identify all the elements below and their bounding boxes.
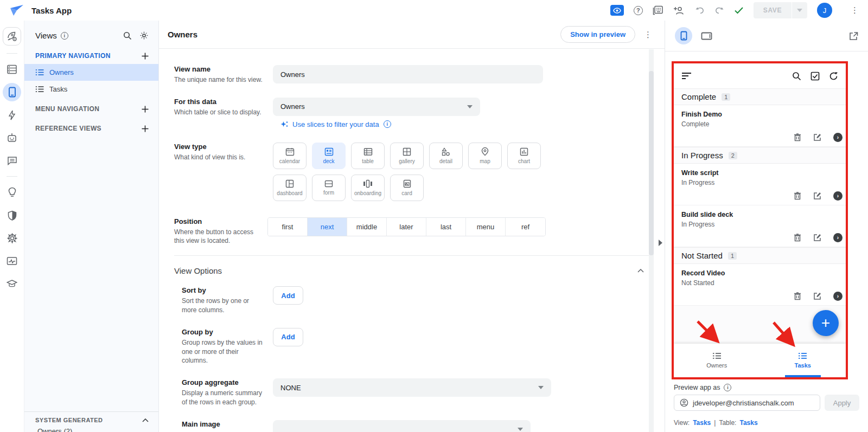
tab-tasks-selected[interactable]: Tasks: [760, 344, 846, 377]
group-header-not-started[interactable]: Not Started 1: [674, 247, 846, 264]
add-menu-view-icon[interactable]: [142, 106, 149, 113]
position-first[interactable]: first: [268, 218, 308, 236]
sort-by-add-button[interactable]: Add: [273, 286, 303, 305]
add-primary-view-icon[interactable]: [142, 53, 149, 60]
collapse-chevron-up-icon[interactable]: [142, 418, 149, 422]
intelligence-bulb-icon[interactable]: [3, 183, 21, 202]
views-settings-gear-icon[interactable]: [139, 31, 149, 40]
view-type-form[interactable]: form: [312, 175, 346, 201]
multi-select-checkbox-icon[interactable]: [810, 72, 820, 81]
add-task-fab[interactable]: +: [813, 310, 839, 336]
system-generated-item[interactable]: Owners (2): [24, 425, 158, 432]
view-type-calendar[interactable]: calendar: [273, 143, 307, 169]
scrollbar-thumb[interactable]: [649, 71, 654, 255]
view-type-onboarding[interactable]: onboarding: [351, 175, 385, 201]
editor-more-menu-icon[interactable]: ⋮: [644, 30, 653, 40]
user-avatar[interactable]: J: [817, 3, 832, 18]
preview-app-as-info-icon[interactable]: i: [724, 384, 731, 391]
view-type-card[interactable]: card: [390, 175, 424, 201]
edit-pencil-icon[interactable]: [813, 292, 821, 300]
expand-panel-handle-icon[interactable]: [659, 240, 662, 246]
data-tables-icon[interactable]: [3, 60, 21, 79]
add-reference-view-icon[interactable]: [142, 125, 149, 132]
task-card-build-slide-deck[interactable]: Build slide deck In Progress ›: [674, 205, 846, 247]
settings-gear-icon[interactable]: [3, 229, 21, 247]
views-info-icon[interactable]: i: [61, 32, 68, 40]
chatbot-icon[interactable]: [3, 128, 21, 147]
view-type-chart[interactable]: chart: [507, 143, 541, 169]
position-menu[interactable]: menu: [466, 218, 506, 236]
refresh-icon[interactable]: [829, 72, 838, 81]
delete-trash-icon[interactable]: [794, 234, 801, 242]
go-to-detail-icon[interactable]: ›: [833, 133, 843, 142]
delete-trash-icon[interactable]: [794, 292, 801, 300]
open-in-new-icon[interactable]: [849, 31, 858, 41]
footer-view-link[interactable]: Tasks: [693, 419, 711, 427]
collapse-chevron-up-icon[interactable]: [637, 269, 644, 273]
task-card-record-video[interactable]: Record Video Not Started ›: [674, 264, 846, 306]
menu-icon[interactable]: [681, 72, 692, 80]
header-more-menu-icon[interactable]: ⋮: [851, 5, 859, 15]
go-to-detail-icon[interactable]: ›: [833, 191, 843, 201]
keyboard-shortcuts-icon[interactable]: [653, 5, 663, 15]
view-options-header[interactable]: View Options: [174, 256, 652, 286]
search-icon[interactable]: [792, 72, 801, 81]
task-card-finish-demo[interactable]: Finish Demo Complete ›: [674, 105, 846, 147]
position-later[interactable]: later: [387, 218, 426, 236]
learn-graduation-icon[interactable]: [3, 274, 21, 293]
sidebar-item-tasks[interactable]: Tasks: [24, 81, 158, 98]
view-type-gallery[interactable]: gallery: [390, 143, 424, 169]
caret-down-icon: [797, 9, 802, 12]
go-to-detail-icon[interactable]: ›: [833, 233, 843, 242]
rail-divider: [7, 176, 17, 177]
use-slices-link[interactable]: Use slices to filter your data i: [280, 120, 652, 128]
delete-trash-icon[interactable]: [794, 192, 801, 200]
add-user-icon[interactable]: [673, 6, 685, 15]
undo-icon[interactable]: [695, 7, 705, 14]
go-to-detail-icon[interactable]: ›: [833, 292, 843, 301]
view-type-table[interactable]: table: [351, 143, 385, 169]
automation-bolt-icon[interactable]: [3, 106, 21, 124]
footer-table-link[interactable]: Tasks: [739, 419, 757, 427]
position-middle[interactable]: middle: [347, 218, 387, 236]
launch-rocket-icon[interactable]: [3, 27, 21, 46]
show-in-preview-button[interactable]: Show in preview: [560, 26, 635, 43]
edit-pencil-icon[interactable]: [813, 234, 821, 242]
save-dropdown-button[interactable]: [792, 2, 807, 18]
tab-owners[interactable]: Owners: [674, 344, 760, 377]
sidebar-item-owners[interactable]: Owners: [24, 64, 158, 81]
edit-pencil-icon[interactable]: [813, 133, 821, 141]
group-header-complete[interactable]: Complete 1: [674, 88, 846, 105]
preview-user-email-input[interactable]: jdeveloper@christianschalk.com: [674, 395, 820, 411]
for-this-data-select[interactable]: Owners: [273, 98, 480, 116]
position-next-selected[interactable]: next: [308, 218, 347, 236]
editor-scrollbar[interactable]: [649, 49, 654, 432]
views-phone-icon[interactable]: [3, 83, 21, 101]
preview-toggle-eye-icon[interactable]: [610, 5, 624, 16]
group-header-in-progress[interactable]: In Progress 2: [674, 147, 846, 164]
view-type-map[interactable]: map: [468, 143, 502, 169]
security-shield-icon[interactable]: [3, 206, 21, 224]
slices-info-icon[interactable]: i: [384, 120, 391, 128]
delete-trash-icon[interactable]: [794, 133, 801, 141]
apply-button[interactable]: Apply: [825, 395, 859, 411]
position-last[interactable]: last: [426, 218, 466, 236]
group-aggregate-select[interactable]: NONE: [273, 378, 551, 397]
phone-preview-toggle[interactable]: [675, 27, 692, 44]
task-card-write-script[interactable]: Write script In Progress ›: [674, 164, 846, 205]
tablet-preview-toggle[interactable]: [701, 32, 712, 40]
view-type-deck-selected[interactable]: deck: [312, 143, 346, 169]
view-type-detail[interactable]: detail: [429, 143, 463, 169]
view-name-input[interactable]: [273, 65, 543, 83]
views-search-icon[interactable]: [123, 31, 132, 40]
help-icon[interactable]: ?: [634, 6, 643, 15]
view-type-dashboard[interactable]: dashboard: [273, 175, 307, 201]
messages-icon[interactable]: [3, 151, 21, 170]
monitor-activity-icon[interactable]: [3, 252, 21, 270]
position-ref[interactable]: ref: [506, 218, 545, 236]
edit-pencil-icon[interactable]: [813, 192, 821, 200]
redo-icon[interactable]: [714, 7, 724, 14]
group-by-add-button[interactable]: Add: [273, 328, 303, 346]
main-image-select[interactable]: [273, 420, 531, 432]
save-button[interactable]: SAVE: [754, 2, 792, 18]
